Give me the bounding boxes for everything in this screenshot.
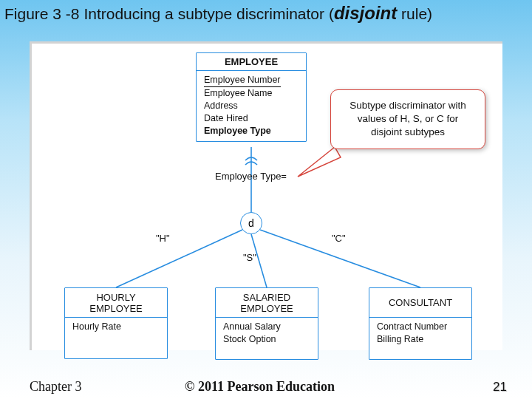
diagram-canvas: EMPLOYEE Employee Number Employee Name A…	[30, 41, 502, 350]
svg-line-1	[116, 230, 242, 287]
footer-chapter: Chapter 3	[30, 379, 81, 395]
attr: Hourly Rate	[72, 321, 121, 332]
entity-attrs: Contract Number Billing Rate	[369, 318, 471, 359]
entity-header: HOURLY EMPLOYEE	[65, 288, 167, 318]
entity-employee: EMPLOYEE Employee Number Employee Name A…	[196, 52, 307, 142]
title-emphasis: disjoint	[334, 3, 397, 23]
attr: Employee Name	[204, 88, 272, 98]
attr: Annual Salary	[223, 321, 281, 332]
disjoint-circle: d	[240, 212, 262, 234]
entity-salaried-employee: SALARIED EMPLOYEE Annual Salary Stock Op…	[215, 287, 318, 360]
attr: Address	[204, 100, 238, 111]
entity-header: SALARIED EMPLOYEE	[216, 288, 318, 318]
figure-title: Figure 3 -8 Introducing a subtype discri…	[4, 3, 432, 24]
discriminator-value-s: "S"	[243, 252, 256, 263]
attr: Date Hired	[204, 113, 248, 123]
discriminator-value-h: "H"	[156, 233, 170, 244]
entity-employee-attrs: Employee Number Employee Name Address Da…	[197, 71, 306, 141]
attr: Stock Option	[223, 334, 276, 344]
entity-consultant: CONSULTANT Contract Number Billing Rate	[369, 287, 472, 360]
discriminator-value-c: "C"	[332, 233, 346, 244]
attr: Billing Rate	[377, 334, 423, 344]
entity-hourly-employee: HOURLY EMPLOYEE Hourly Rate	[64, 287, 168, 359]
entity-employee-header: EMPLOYEE	[197, 53, 306, 71]
title-suffix: rule)	[397, 5, 432, 22]
attr-key: Employee Number	[204, 74, 281, 87]
callout-box: Subtype discriminator with values of H, …	[330, 89, 485, 149]
attr: Employee Type	[204, 126, 271, 136]
attr: Contract Number	[377, 321, 447, 332]
footer-page-number: 21	[493, 380, 507, 395]
footer-copyright: © 2011 Pearson Education	[185, 379, 335, 395]
entity-attrs: Hourly Rate	[65, 318, 167, 358]
discriminator-predicate: Employee Type=	[215, 171, 287, 182]
entity-header: CONSULTANT	[369, 288, 471, 318]
disjoint-symbol: d	[248, 217, 254, 229]
callout-text: Subtype discriminator with values of H, …	[349, 100, 466, 137]
title-prefix: Figure 3 -8 Introducing a subtype discri…	[4, 5, 334, 22]
entity-attrs: Annual Salary Stock Option	[216, 318, 318, 359]
